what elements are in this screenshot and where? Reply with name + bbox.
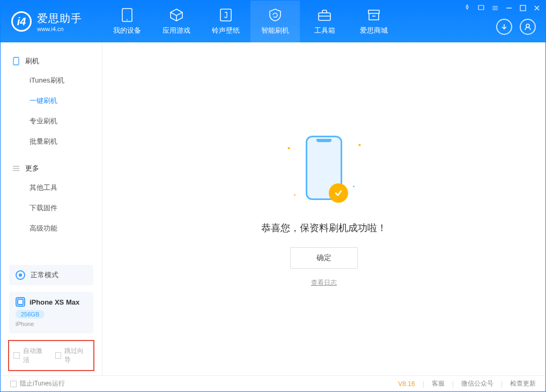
checkbox-skip-guide[interactable]: 跳过向导 [55, 346, 90, 365]
sparkle-icon: ✦ [285, 145, 292, 152]
device-type: iPhone [16, 321, 87, 327]
svg-rect-5 [520, 5, 526, 11]
device-icon [16, 297, 25, 307]
checkbox-auto-activate[interactable]: 自动激活 [13, 346, 48, 365]
app-logo-icon: i4 [11, 11, 32, 32]
sidebar-section-flash: 刷机 [1, 52, 102, 70]
theme-icon[interactable] [463, 4, 471, 12]
checkbox-block-itunes[interactable]: 阻止iTunes运行 [10, 379, 65, 388]
section-title: 刷机 [25, 56, 39, 66]
mode-label: 正常模式 [31, 270, 58, 280]
mode-icon [16, 270, 25, 280]
app-url: www.i4.cn [37, 26, 82, 32]
download-button[interactable] [496, 19, 512, 35]
section-title: 更多 [25, 164, 39, 173]
view-log-link[interactable]: 查看日志 [311, 278, 337, 287]
tab-label: 铃声壁纸 [212, 26, 240, 35]
storage-badge: 256GB [16, 310, 45, 319]
tab-toolbox[interactable]: 工具箱 [300, 1, 349, 42]
store-icon [366, 8, 381, 23]
sidebar-section-more: 更多 [1, 159, 102, 177]
checkbox-icon [10, 381, 17, 387]
toolbox-icon [317, 8, 332, 23]
bottom-checkboxes-highlight: 自动激活 跳过向导 [8, 340, 94, 371]
checkbox-label: 跳过向导 [64, 346, 89, 365]
check-update-link[interactable]: 检查更新 [510, 379, 536, 388]
success-message: 恭喜您，保资料刷机成功啦！ [261, 221, 387, 234]
app-name: 爱思助手 [37, 11, 82, 26]
tab-label: 应用游戏 [163, 26, 190, 35]
statusbar-right: V8.16 | 客服 | 微信公众号 | 检查更新 [398, 379, 536, 388]
logo-text: 爱思助手 www.i4.cn [37, 11, 82, 32]
svg-rect-4 [478, 5, 484, 10]
tab-label: 爱思商城 [360, 26, 388, 35]
sparkle-icon: • [292, 192, 298, 197]
sidebar-item-download-firmware[interactable]: 下载固件 [1, 198, 102, 218]
sidebar-item-batch-flash[interactable]: 批量刷机 [1, 131, 102, 152]
tab-ringtones[interactable]: 铃声壁纸 [201, 1, 250, 42]
svg-rect-2 [220, 9, 231, 21]
device-mode-card[interactable]: 正常模式 [9, 265, 93, 285]
account-button[interactable] [520, 19, 536, 35]
music-icon [218, 8, 233, 23]
window-controls [463, 4, 541, 12]
sidebar-item-oneclick-flash[interactable]: 一键刷机 [1, 91, 102, 111]
checkbox-icon [13, 352, 20, 359]
check-badge-icon [329, 183, 348, 203]
maximize-button[interactable] [519, 4, 527, 12]
main-tabs: 我的设备 应用游戏 铃声壁纸 智能刷机 工具箱 [102, 1, 399, 42]
phone-icon [306, 136, 342, 200]
tab-my-device[interactable]: 我的设备 [102, 1, 152, 42]
refresh-shield-icon [268, 8, 283, 23]
device-row: iPhone XS Max [16, 297, 87, 307]
svg-point-1 [127, 19, 128, 20]
sidebar-item-other-tools[interactable]: 其他工具 [1, 177, 102, 198]
confirm-button[interactable]: 确定 [290, 247, 358, 269]
tab-apps-games[interactable]: 应用游戏 [152, 1, 201, 42]
cube-icon [169, 8, 184, 23]
phone-icon [12, 57, 20, 65]
support-link[interactable]: 客服 [432, 379, 445, 388]
device-name: iPhone XS Max [29, 298, 79, 306]
checkbox-label: 自动激活 [23, 346, 48, 365]
tab-label: 我的设备 [113, 26, 141, 35]
app-version: V8.16 [398, 380, 415, 388]
logo-area: i4 爱思助手 www.i4.cn [1, 11, 102, 32]
feedback-icon[interactable] [477, 4, 485, 12]
app-header: i4 爱思助手 www.i4.cn 我的设备 应用游戏 铃声壁纸 [1, 1, 545, 42]
wechat-link[interactable]: 微信公众号 [461, 379, 493, 388]
device-icon [120, 8, 135, 23]
header-right-actions [496, 19, 536, 35]
sidebar-item-pro-flash[interactable]: 专业刷机 [1, 111, 102, 131]
minimize-button[interactable] [505, 4, 513, 12]
app-body: 刷机 iTunes刷机 一键刷机 专业刷机 批量刷机 更多 其他工具 下载固件 … [1, 42, 545, 375]
list-icon [12, 165, 20, 172]
statusbar-left: 阻止iTunes运行 [10, 379, 65, 388]
success-illustration: ✦ ✦ • • [281, 130, 367, 205]
device-info-card[interactable]: iPhone XS Max 256GB iPhone [9, 292, 93, 334]
menu-icon[interactable] [491, 4, 499, 12]
main-content: ✦ ✦ • • 恭喜您，保资料刷机成功啦！ 确定 查看日志 [102, 42, 545, 375]
tab-label: 工具箱 [314, 26, 335, 35]
checkbox-label: 阻止iTunes运行 [20, 379, 65, 388]
sparkle-icon: ✦ [356, 142, 363, 149]
close-button[interactable] [533, 4, 541, 12]
svg-point-6 [526, 24, 529, 27]
sidebar-item-itunes-flash[interactable]: iTunes刷机 [1, 70, 102, 91]
sparkle-icon: • [351, 183, 357, 189]
tab-label: 智能刷机 [261, 26, 289, 35]
separator: | [423, 380, 424, 388]
separator: | [452, 380, 454, 388]
separator: | [501, 380, 503, 388]
status-bar: 阻止iTunes运行 V8.16 | 客服 | 微信公众号 | 检查更新 [1, 375, 545, 391]
tab-smart-flash[interactable]: 智能刷机 [250, 1, 300, 42]
sidebar: 刷机 iTunes刷机 一键刷机 专业刷机 批量刷机 更多 其他工具 下载固件 … [1, 42, 102, 375]
svg-rect-3 [319, 13, 330, 20]
checkbox-icon [55, 352, 62, 359]
sidebar-item-advanced[interactable]: 高级功能 [1, 218, 102, 239]
tab-store[interactable]: 爱思商城 [349, 1, 399, 42]
svg-rect-7 [13, 57, 19, 65]
